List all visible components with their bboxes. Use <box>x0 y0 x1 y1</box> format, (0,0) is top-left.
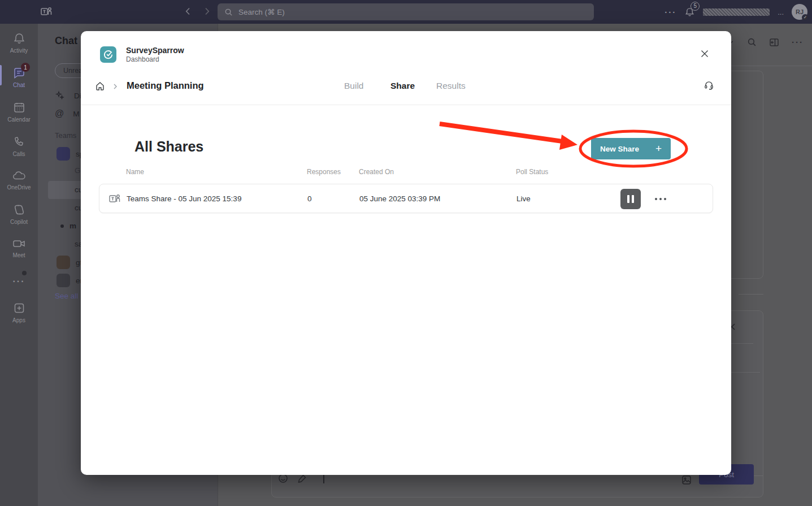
search-in-chat-icon[interactable] <box>747 37 757 47</box>
more-apps-notification-dot <box>22 271 27 275</box>
chat-unread-badge: 1 <box>21 63 30 72</box>
rail-more-icon[interactable]: ··· <box>13 276 25 287</box>
notifications-bell-icon[interactable]: 5 <box>684 7 695 18</box>
sparkle-icon <box>55 90 65 101</box>
notification-count-badge: 5 <box>691 2 700 11</box>
breadcrumb-chevron-icon <box>112 82 119 92</box>
avatar[interactable]: RJ ✓ <box>792 4 807 20</box>
presence-badge-icon: ✓ <box>802 14 809 21</box>
row-more-icon[interactable] <box>655 194 666 204</box>
table-row[interactable]: Teams Share - 05 Jun 2025 15:39 0 05 Jun… <box>99 184 713 213</box>
header-divider <box>81 105 731 105</box>
chat-panel-title: Chat <box>55 35 77 47</box>
column-header-name: Name <box>126 168 144 176</box>
unread-dot <box>60 224 64 228</box>
list-item[interactable]: sp <box>57 147 84 161</box>
see-all-link[interactable]: See all <box>55 292 78 300</box>
tab-results[interactable]: Results <box>436 81 466 91</box>
app-name: SurveySparrow <box>126 46 184 55</box>
at-icon: @ <box>55 109 64 119</box>
home-icon[interactable] <box>95 81 105 93</box>
cloud-icon <box>12 170 27 182</box>
close-icon[interactable] <box>700 49 710 61</box>
plus-icon: + <box>655 142 662 155</box>
discover-item[interactable]: Di <box>55 90 81 101</box>
attach-image-icon[interactable] <box>681 474 692 488</box>
search-input[interactable]: Search (⌘ E) <box>218 3 594 20</box>
search-placeholder: Search (⌘ E) <box>238 7 285 16</box>
sidebar-item-chat[interactable]: 1 Chat <box>0 66 38 88</box>
support-headset-icon[interactable] <box>704 80 714 93</box>
list-item[interactable]: G <box>75 166 81 175</box>
app-rail: Activity 1 Chat Calendar Calls <box>0 24 38 506</box>
list-item[interactable]: m <box>60 222 76 230</box>
top-bar: Search (⌘ E) ··· 5 ... RJ ✓ <box>0 0 812 24</box>
teams-logo-icon <box>40 5 53 21</box>
sidebar-item-onedrive[interactable]: OneDrive <box>0 170 38 191</box>
tab-build[interactable]: Build <box>344 81 363 91</box>
nav-forward-icon[interactable] <box>202 6 212 19</box>
avatar <box>57 274 70 287</box>
status-badge: Live <box>516 194 531 203</box>
open-in-window-icon[interactable] <box>769 38 779 47</box>
copilot-icon <box>12 203 26 217</box>
chat-more-icon[interactable]: ··· <box>792 37 804 47</box>
share-created-on: 05 June 2025 03:39 PM <box>359 194 440 203</box>
avatar-initials: RJ <box>796 8 804 15</box>
page-title: All Shares <box>134 139 203 155</box>
divider <box>739 294 763 295</box>
share-responses: 0 <box>307 194 312 203</box>
avatar <box>57 147 70 161</box>
search-icon <box>224 8 233 16</box>
app-subtitle: Dashboard <box>126 55 159 63</box>
teams-section-label: Teams <box>55 131 76 140</box>
sidebar-item-calendar[interactable]: Calendar <box>0 101 38 123</box>
teams-share-icon <box>108 192 121 208</box>
topbar-more-icon[interactable]: ··· <box>665 7 676 17</box>
list-item[interactable]: gt <box>57 256 82 269</box>
pause-button[interactable] <box>620 189 641 209</box>
calendar-icon <box>12 101 26 114</box>
redacted-account-name <box>703 8 770 16</box>
tab-share[interactable]: Share <box>390 81 415 91</box>
nav-back-icon[interactable] <box>183 6 193 19</box>
active-indicator <box>0 65 2 85</box>
sidebar-item-apps[interactable]: Apps <box>0 301 38 323</box>
column-header-poll-status: Poll Status <box>516 168 548 176</box>
video-camera-icon <box>12 237 27 250</box>
teams-app-window: Search (⌘ E) ··· 5 ... RJ ✓ Activity <box>0 0 812 506</box>
surveysparrow-logo-icon <box>100 46 116 63</box>
column-header-responses: Responses <box>307 168 341 176</box>
sidebar-item-copilot[interactable]: Copilot <box>0 203 38 225</box>
list-item[interactable]: er <box>57 274 82 287</box>
sidebar-item-activity[interactable]: Activity <box>0 32 38 54</box>
sidebar-item-calls[interactable]: Calls <box>0 135 38 157</box>
account-name-ellipsis: ... <box>778 8 784 16</box>
sidebar-item-meet[interactable]: Meet <box>0 237 38 258</box>
surveysparrow-dashboard-modal: SurveySparrow Dashboard Meeting Planning… <box>81 31 731 475</box>
share-name: Teams Share - 05 Jun 2025 15:39 <box>127 194 241 203</box>
column-header-created-on: Created On <box>359 168 394 176</box>
new-share-button[interactable]: New Share + <box>591 138 671 159</box>
mentions-item[interactable]: @ M <box>55 109 80 119</box>
bell-icon <box>12 32 26 45</box>
phone-icon <box>12 135 26 149</box>
breadcrumb: Meeting Planning <box>127 80 204 91</box>
avatar <box>57 256 70 269</box>
apps-plus-icon <box>12 301 26 315</box>
